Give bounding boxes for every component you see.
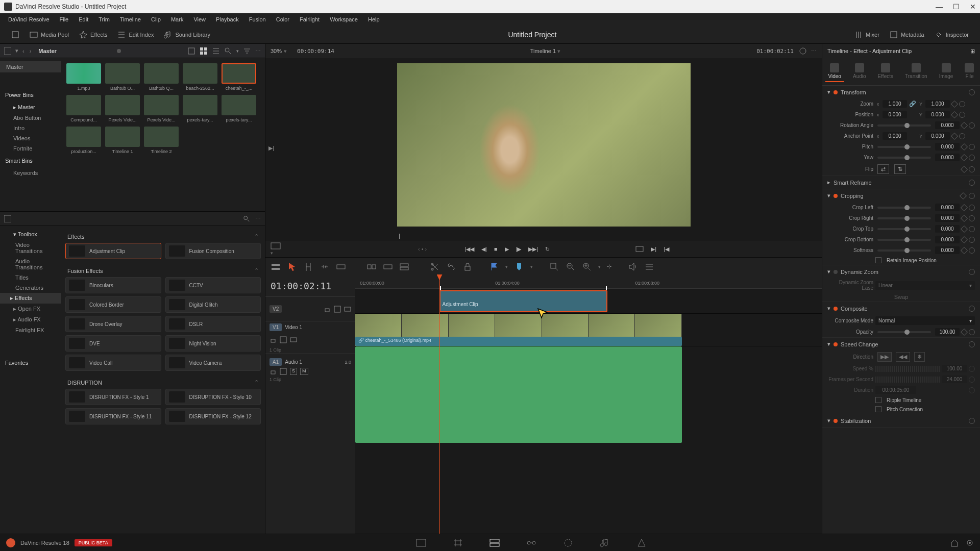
- speed-reset-icon[interactable]: [969, 341, 975, 347]
- timeline-name[interactable]: Timeline 1: [530, 48, 556, 54]
- pitch-corr-checkbox[interactable]: [875, 406, 881, 412]
- tl-search-icon[interactable]: [549, 262, 559, 272]
- tl-replace-icon[interactable]: [399, 262, 409, 272]
- tree-master[interactable]: Master: [0, 61, 61, 72]
- ct-kf-icon[interactable]: [961, 225, 968, 232]
- match-frame-icon[interactable]: ‹ • ›: [418, 246, 427, 252]
- ripple-checkbox[interactable]: [875, 397, 881, 403]
- media-thumb[interactable]: Bathtub O...: [105, 63, 140, 91]
- v2-disable-icon[interactable]: [334, 306, 341, 313]
- dir-freeze-button[interactable]: ❄: [914, 352, 925, 362]
- track-v2[interactable]: Adjustment Clip: [355, 289, 822, 313]
- a1-solo-button[interactable]: S: [290, 368, 297, 375]
- zoom-keyframe-icon[interactable]: [951, 100, 958, 107]
- pitch-reset-icon[interactable]: [969, 144, 975, 150]
- tl-zoomin-icon[interactable]: [582, 262, 592, 272]
- bypass-icon[interactable]: [799, 47, 807, 55]
- section-stabilization[interactable]: ▾Stabilization: [822, 414, 980, 427]
- cs-reset-icon[interactable]: [969, 247, 975, 254]
- menu-fusion[interactable]: Fusion: [245, 15, 270, 24]
- dz-swap-button[interactable]: Swap: [894, 294, 909, 300]
- rotation-slider[interactable]: [877, 124, 931, 127]
- v2-lock-icon[interactable]: [324, 306, 331, 313]
- media-thumb[interactable]: pexels-tary...: [222, 95, 256, 122]
- v1-frame-icon[interactable]: [290, 336, 297, 343]
- list-view-icon[interactable]: [212, 47, 220, 55]
- anchor-x-field[interactable]: 0.000: [883, 132, 907, 140]
- v2-frame-icon[interactable]: [344, 306, 351, 313]
- dir-rev-button[interactable]: ◀◀: [896, 352, 910, 362]
- tree-item-videos[interactable]: Videos: [0, 133, 61, 143]
- tree-item-abo[interactable]: Abo Button: [0, 113, 61, 123]
- media-thumb[interactable]: cheetah_-_...: [222, 63, 256, 91]
- track-head-v2[interactable]: V2: [265, 296, 355, 321]
- effect-item[interactable]: DISRUPTION FX - Style 10: [165, 389, 261, 405]
- flip-reset-icon[interactable]: [969, 166, 975, 172]
- insp-tab-effects[interactable]: Effects: [875, 61, 896, 82]
- retain-checkbox[interactable]: [875, 257, 881, 263]
- tree-toolbox[interactable]: ▾ Toolbox: [0, 229, 61, 240]
- tree-titles[interactable]: Titles: [0, 272, 61, 283]
- media-thumb[interactable]: Timeline 2: [144, 127, 179, 154]
- effects-options-icon[interactable]: ⋯: [255, 215, 261, 222]
- track-a1[interactable]: [355, 346, 822, 443]
- tl-overwrite-icon[interactable]: [383, 262, 393, 272]
- effect-item[interactable]: Drone Overlay: [65, 316, 161, 332]
- sound-library-toggle[interactable]: Sound Library: [159, 29, 215, 41]
- menu-resolve[interactable]: DaVinci Resolve: [4, 15, 54, 24]
- tl-fullextent-icon[interactable]: ⊹: [607, 263, 611, 270]
- menu-help[interactable]: Help: [364, 15, 384, 24]
- effect-item[interactable]: DISRUPTION FX - Style 11: [65, 408, 161, 424]
- media-thumb[interactable]: Pexels Vide...: [105, 95, 140, 122]
- cb-reset-icon[interactable]: [969, 237, 975, 243]
- prev-clip-icon[interactable]: ▶|: [268, 145, 274, 152]
- tl-link-icon[interactable]: [446, 262, 456, 272]
- cb-kf-icon[interactable]: [961, 236, 968, 243]
- mixer-toggle[interactable]: Mixer: [849, 29, 885, 41]
- crop-top-slider[interactable]: [877, 228, 931, 230]
- goto-start-icon[interactable]: |◀◀: [464, 246, 474, 253]
- tree-audiofx[interactable]: ▸ Audio FX: [0, 314, 61, 325]
- timeline-timecode[interactable]: 01:00:02:11: [265, 276, 355, 296]
- pitch-slider[interactable]: [877, 146, 931, 148]
- media-thumb[interactable]: production...: [66, 127, 101, 154]
- viewer[interactable]: ▶|: [265, 58, 822, 232]
- effect-fusion-comp[interactable]: Fusion Composition: [165, 243, 261, 259]
- media-thumb[interactable]: beach-2562...: [183, 63, 217, 91]
- media-thumb[interactable]: pexels-tary...: [183, 95, 217, 122]
- tl-arrow-tool[interactable]: [287, 262, 297, 272]
- dur-reset-icon[interactable]: [969, 387, 975, 393]
- insp-tab-file[interactable]: File: [962, 61, 977, 82]
- inspector-expand-icon[interactable]: ⊞: [970, 48, 975, 55]
- page-fairlight[interactable]: [599, 537, 610, 548]
- page-cut[interactable]: [452, 537, 463, 548]
- menu-mark[interactable]: Mark: [167, 15, 187, 24]
- section-transform[interactable]: ▾Transform: [822, 86, 980, 98]
- fps-reset-icon[interactable]: [969, 377, 975, 383]
- metadata-toggle[interactable]: Metadata: [885, 29, 929, 41]
- crop-right-field[interactable]: 0.000: [935, 214, 960, 222]
- clip-adjustment[interactable]: Adjustment Clip: [439, 290, 607, 312]
- menu-clip[interactable]: Clip: [147, 15, 165, 24]
- menu-playback[interactable]: Playback: [212, 15, 243, 24]
- sort-icon[interactable]: [243, 47, 251, 55]
- rotation-field[interactable]: 0.000: [935, 121, 960, 129]
- tl-insert-icon[interactable]: [366, 262, 377, 272]
- nav-back-icon[interactable]: ‹: [22, 48, 24, 54]
- home-icon[interactable]: [950, 539, 959, 547]
- tl-flag-icon[interactable]: [489, 262, 499, 272]
- viewer-options-icon[interactable]: ⋯: [811, 48, 817, 55]
- crop-soft-field[interactable]: 0.000: [935, 246, 960, 254]
- cs-kf-icon[interactable]: [961, 246, 968, 254]
- crop-reset-icon[interactable]: [969, 193, 975, 199]
- crop-bottom-field[interactable]: 0.000: [935, 236, 960, 243]
- tree-item-keywords[interactable]: Keywords: [0, 168, 61, 178]
- smartreframe-reset-icon[interactable]: [969, 180, 975, 186]
- effect-item[interactable]: CCTV: [165, 277, 261, 293]
- crop-left-field[interactable]: 0.000: [935, 204, 960, 211]
- effects-search-icon[interactable]: [243, 215, 250, 222]
- tree-effects[interactable]: ▸ Effects: [0, 293, 61, 304]
- expand-button[interactable]: [6, 29, 24, 41]
- track-head-v1[interactable]: V1 Video 1 1 Clip: [265, 321, 355, 354]
- cr-reset-icon[interactable]: [969, 215, 975, 221]
